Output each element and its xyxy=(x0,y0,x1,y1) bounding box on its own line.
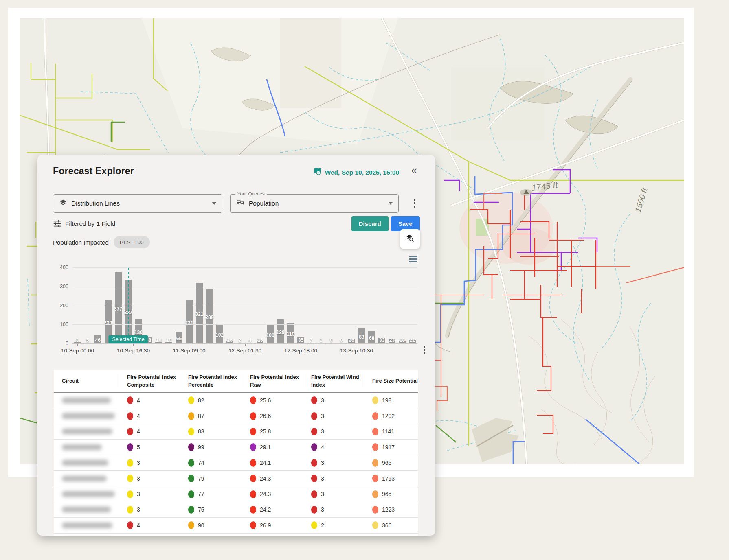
table-row[interactable]: 37924.331793 xyxy=(54,471,418,486)
metric-cell: 4 xyxy=(119,412,180,420)
table-row[interactable]: 37424.13965 xyxy=(54,455,418,471)
metric-cell: 24.1 xyxy=(242,459,303,467)
layer-select[interactable]: Distribution Lines xyxy=(53,194,222,213)
table-row[interactable]: 48726.631202 xyxy=(54,408,418,424)
metric-cell: 1223 xyxy=(364,506,418,514)
chart-bar-slot[interactable]: 46 xyxy=(93,268,103,344)
chart-bar-slot[interactable]: 16 xyxy=(225,268,235,344)
chart-bar-slot[interactable]: 8 xyxy=(72,268,83,344)
query-select-label: Your Queries xyxy=(235,191,267,196)
severity-dot xyxy=(188,443,194,451)
population-impact-chart[interactable]: 8546230377337130381010652313212881021624… xyxy=(72,268,417,344)
chart-bar-slot[interactable]: 0 xyxy=(336,268,347,344)
metric-cell: 87 xyxy=(180,412,242,420)
severity-dot xyxy=(127,506,133,514)
chart-bar-slot[interactable]: 110 xyxy=(285,268,296,344)
table-row[interactable]: 37724.33965 xyxy=(54,486,418,502)
chart-bar-slot[interactable]: 102 xyxy=(215,268,225,344)
table-row[interactable]: 49026.92366 xyxy=(54,518,418,533)
x-axis-tick-label: 12-Sep 01:30 xyxy=(228,348,261,354)
metric-cell: 4 xyxy=(119,396,180,404)
chart-bar-slot[interactable]: 7 xyxy=(306,268,316,344)
chart-bar-slot[interactable]: 21 xyxy=(407,268,417,344)
chart-bar-slot[interactable]: 18 xyxy=(397,268,407,344)
chart-bar-slot[interactable]: 35 xyxy=(296,268,306,344)
chart-bar-slot[interactable]: 2 xyxy=(235,268,245,344)
panel-overflow-menu[interactable] xyxy=(414,199,416,208)
column-header: Fire Potential IndexComposite xyxy=(119,370,180,392)
chart-bar-slot[interactable]: 38 xyxy=(143,268,154,344)
severity-dot xyxy=(311,459,317,467)
chart-bar-slot[interactable]: 68 xyxy=(367,268,377,344)
metric-cell: 1202 xyxy=(364,412,418,420)
metric-cell: 3 xyxy=(119,475,180,482)
table-row[interactable]: 48325.831141 xyxy=(54,424,418,440)
filter-chip[interactable]: PI >= 100 xyxy=(114,236,150,248)
chart-bars[interactable]: 8546230377337130381010652313212881021624… xyxy=(72,268,417,344)
metric-value: 1793 xyxy=(382,475,395,482)
tune-icon xyxy=(53,219,61,230)
chart-bar-slot[interactable]: 130 xyxy=(133,268,143,344)
chart-bar-value: 129 xyxy=(277,330,285,335)
selected-datetime-label: Wed, Sep 10, 2025, 15:00 xyxy=(325,169,399,176)
severity-dot xyxy=(188,428,194,435)
chevron-down-icon xyxy=(389,202,393,205)
column-header: Fire Potential IndexRaw xyxy=(242,370,303,392)
table-row[interactable]: 49026.92709 xyxy=(54,534,418,536)
chart-bar-value: 130 xyxy=(134,330,143,335)
chart-bar-slot[interactable]: 26 xyxy=(346,268,356,344)
query-select[interactable]: Your Queries Population xyxy=(230,194,399,213)
chart-bar-slot[interactable]: 230 xyxy=(103,268,113,344)
chart-bar-slot[interactable]: 321 xyxy=(194,268,204,344)
table-row[interactable]: 59929.141917 xyxy=(54,440,418,455)
chart-bar-slot[interactable]: 83 xyxy=(356,268,367,344)
query-select-value: Population xyxy=(249,200,384,207)
chart-bar-slot[interactable]: 129 xyxy=(275,268,285,344)
discard-button[interactable]: Discard xyxy=(351,216,389,231)
y-axis-tick-label: 0 xyxy=(66,341,68,346)
metric-cell: 1917 xyxy=(364,443,418,451)
circuit-name-redacted xyxy=(54,429,119,434)
column-header: Circuit xyxy=(54,370,119,392)
table-row[interactable]: 37524.231223 xyxy=(54,502,418,518)
map-clock-icon xyxy=(313,167,322,177)
chart-bar-slot[interactable]: 65 xyxy=(174,268,184,344)
metric-cell: 77 xyxy=(180,490,242,498)
chart-menu-button[interactable] xyxy=(409,256,417,262)
map-layer-search-button[interactable] xyxy=(400,229,420,249)
chart-bar-slot[interactable]: 10 xyxy=(164,268,174,344)
chart-bar-slot[interactable]: 377 xyxy=(113,268,123,344)
chart-bar-slot[interactable]: 15 xyxy=(255,268,265,344)
table-row[interactable]: 48225.63198 xyxy=(54,393,418,408)
chart-bar-slot[interactable]: 100 xyxy=(265,268,275,344)
chart-bar-slot[interactable]: 23 xyxy=(387,268,397,344)
chart-bar-value: 377 xyxy=(114,306,122,312)
metric-cell: 3 xyxy=(303,475,364,482)
collapse-panel-button[interactable]: « xyxy=(411,165,417,175)
chart-bar-value: 321 xyxy=(195,311,203,317)
chart-bar-slot[interactable]: 0 xyxy=(326,268,336,344)
chart-bar-value: 65 xyxy=(176,336,182,341)
chart-bar-value: 26 xyxy=(349,337,354,343)
chart-bar-slot[interactable]: 4 xyxy=(245,268,255,344)
severity-dot xyxy=(250,506,256,514)
chart-bar-slot[interactable]: 33 xyxy=(377,268,387,344)
chart-bar-slot[interactable]: 231 xyxy=(184,268,194,344)
metric-value: 5 xyxy=(137,444,140,451)
metric-value: 3 xyxy=(321,397,324,404)
selected-datetime[interactable]: Wed, Sep 10, 2025, 15:00 xyxy=(313,167,399,177)
circuit-name-redacted xyxy=(54,507,119,512)
chart-bar-value: 68 xyxy=(369,335,374,341)
chart-bar-value: 83 xyxy=(359,334,364,340)
chart-axis-overflow-menu[interactable] xyxy=(424,346,426,354)
y-axis-tick-label: 100 xyxy=(60,322,68,327)
chart-bar-slot[interactable]: 1 xyxy=(316,268,326,344)
chart-bar-slot[interactable]: 288 xyxy=(204,268,215,344)
metric-cell: 26.9 xyxy=(242,521,303,529)
chart-bar-slot[interactable]: 5 xyxy=(83,268,93,344)
x-axis-tick xyxy=(77,344,78,346)
x-axis-tick-label: 13-Sep 10:30 xyxy=(340,348,373,354)
chart-bar-slot[interactable]: 10 xyxy=(154,268,164,344)
metric-cell: 3 xyxy=(303,428,364,435)
metric-value: 3 xyxy=(137,475,140,482)
